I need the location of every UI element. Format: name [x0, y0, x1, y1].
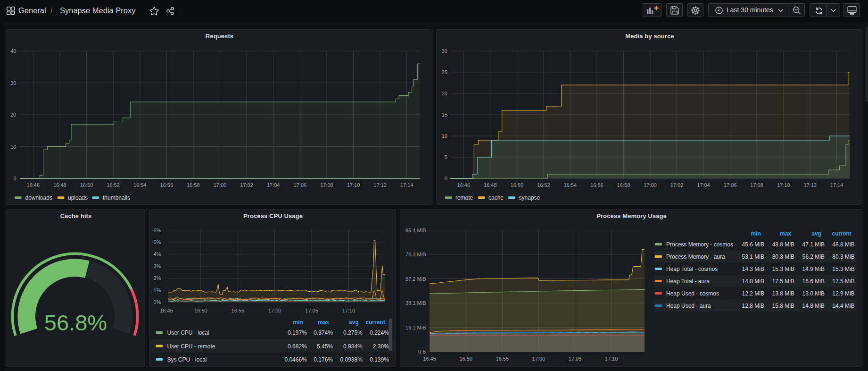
svg-text:16:50: 16:50	[511, 182, 524, 188]
svg-text:max: max	[318, 319, 329, 326]
svg-text:13.8 MiB: 13.8 MiB	[772, 290, 794, 297]
svg-text:13.0 MiB: 13.0 MiB	[802, 290, 825, 297]
svg-text:Process Memory - aura: Process Memory - aura	[666, 253, 725, 260]
svg-text:0.0466%: 0.0466%	[284, 356, 307, 363]
svg-text:0.682%: 0.682%	[288, 343, 307, 350]
svg-text:16:50: 16:50	[194, 308, 207, 313]
svg-text:0.0938%: 0.0938%	[340, 356, 363, 363]
svg-text:0: 0	[445, 176, 447, 181]
svg-text:48.8 MiB: 48.8 MiB	[832, 241, 854, 248]
svg-text:17:02: 17:02	[670, 182, 684, 188]
svg-text:16:54: 16:54	[564, 182, 577, 188]
svg-text:6%: 6%	[154, 228, 161, 233]
svg-text:Heap Used - cosmos: Heap Used - cosmos	[666, 290, 719, 297]
svg-text:0%: 0%	[154, 299, 161, 305]
svg-text:17.5 MiB: 17.5 MiB	[772, 278, 794, 285]
svg-text:17:06: 17:06	[724, 182, 737, 188]
svg-text:17:10: 17:10	[347, 182, 360, 188]
svg-text:10: 10	[442, 133, 447, 139]
svg-text:0.374%: 0.374%	[314, 329, 333, 336]
svg-text:2%: 2%	[154, 275, 161, 281]
svg-text:current: current	[366, 319, 385, 326]
svg-text:5: 5	[445, 154, 447, 160]
svg-text:remote: remote	[455, 194, 473, 201]
svg-text:4%: 4%	[154, 251, 161, 257]
svg-text:16:55: 16:55	[231, 308, 245, 313]
svg-text:downloads: downloads	[25, 194, 52, 201]
svg-text:16:56: 16:56	[590, 182, 603, 188]
svg-text:17:08: 17:08	[750, 182, 763, 188]
svg-text:0.224%: 0.224%	[370, 329, 389, 336]
svg-text:15.3 MiB: 15.3 MiB	[772, 266, 794, 272]
svg-text:16:58: 16:58	[187, 182, 200, 188]
svg-text:38.1 MiB: 38.1 MiB	[405, 300, 426, 306]
svg-text:17:00: 17:00	[268, 308, 281, 313]
svg-text:17:06: 17:06	[294, 182, 307, 188]
svg-text:3%: 3%	[154, 263, 161, 269]
svg-text:53.1 MiB: 53.1 MiB	[742, 253, 764, 260]
svg-text:17:00: 17:00	[644, 182, 657, 188]
svg-text:16:54: 16:54	[133, 182, 147, 188]
svg-text:17:14: 17:14	[830, 182, 843, 188]
svg-text:14.4 MiB: 14.4 MiB	[832, 303, 854, 309]
svg-text:16:46: 16:46	[27, 182, 40, 188]
svg-text:12.9 MiB: 12.9 MiB	[832, 290, 854, 297]
svg-text:15.8 MiB: 15.8 MiB	[772, 303, 794, 309]
svg-text:0 B: 0 B	[418, 349, 426, 354]
svg-text:20: 20	[10, 112, 16, 118]
svg-text:80.3 MiB: 80.3 MiB	[832, 253, 854, 260]
svg-text:avg: avg	[349, 319, 359, 326]
svg-text:12.8 MiB: 12.8 MiB	[742, 303, 764, 309]
svg-text:thumbnails: thumbnails	[103, 194, 130, 201]
svg-text:19.1 MiB: 19.1 MiB	[405, 325, 426, 330]
svg-text:avg: avg	[811, 230, 821, 237]
svg-text:48.8 MiB: 48.8 MiB	[772, 241, 794, 248]
svg-text:17:12: 17:12	[373, 182, 387, 188]
svg-text:User CPU - remote: User CPU - remote	[167, 343, 215, 350]
svg-text:12.2 MiB: 12.2 MiB	[742, 290, 764, 297]
svg-text:40: 40	[10, 48, 16, 54]
svg-text:16:58: 16:58	[617, 182, 630, 188]
svg-text:17:10: 17:10	[605, 356, 618, 362]
svg-text:Heap Total - aura: Heap Total - aura	[666, 278, 710, 285]
svg-text:Sys CPU - local: Sys CPU - local	[167, 356, 207, 363]
svg-text:uploads: uploads	[68, 194, 88, 201]
svg-text:17:12: 17:12	[803, 182, 817, 188]
svg-text:17:05: 17:05	[569, 356, 582, 362]
svg-text:30: 30	[10, 80, 16, 86]
svg-text:0.197%: 0.197%	[288, 329, 307, 336]
svg-text:15.3 MiB: 15.3 MiB	[832, 266, 854, 272]
svg-text:0.934%: 0.934%	[343, 343, 363, 350]
svg-text:95.4 MiB: 95.4 MiB	[405, 228, 426, 233]
svg-text:min: min	[751, 230, 761, 237]
svg-text:16:45: 16:45	[423, 356, 436, 362]
svg-text:56.8%: 56.8%	[44, 310, 107, 335]
svg-text:2.30%: 2.30%	[373, 343, 389, 350]
svg-text:16:56: 16:56	[160, 182, 174, 188]
svg-text:57.2 MiB: 57.2 MiB	[405, 276, 426, 282]
svg-text:max: max	[780, 230, 791, 237]
svg-text:14.8 MiB: 14.8 MiB	[802, 303, 825, 309]
svg-text:5%: 5%	[154, 239, 161, 245]
svg-text:20: 20	[442, 91, 447, 96]
svg-text:14.8 MiB: 14.8 MiB	[742, 278, 764, 285]
svg-text:16:46: 16:46	[457, 182, 471, 188]
svg-text:current: current	[832, 230, 851, 237]
svg-text:15: 15	[442, 112, 447, 118]
svg-text:0.176%: 0.176%	[314, 356, 333, 363]
svg-text:47.1 MiB: 47.1 MiB	[802, 241, 825, 248]
svg-text:16:52: 16:52	[537, 182, 550, 188]
svg-text:16:48: 16:48	[53, 182, 66, 188]
svg-text:25: 25	[442, 69, 447, 75]
svg-text:17.5 MiB: 17.5 MiB	[832, 278, 854, 285]
svg-text:Heap Total - cosmos: Heap Total - cosmos	[666, 266, 718, 272]
svg-text:80.3 MiB: 80.3 MiB	[772, 253, 794, 260]
svg-text:cache: cache	[488, 194, 504, 201]
svg-text:76.3 MiB: 76.3 MiB	[405, 252, 426, 257]
svg-text:17:10: 17:10	[342, 308, 355, 313]
svg-text:17:00: 17:00	[532, 356, 546, 362]
svg-text:16:48: 16:48	[484, 182, 497, 188]
svg-text:0.139%: 0.139%	[370, 356, 389, 363]
svg-text:Process Memory - cosmos: Process Memory - cosmos	[666, 241, 733, 248]
svg-text:17:14: 17:14	[400, 182, 413, 188]
